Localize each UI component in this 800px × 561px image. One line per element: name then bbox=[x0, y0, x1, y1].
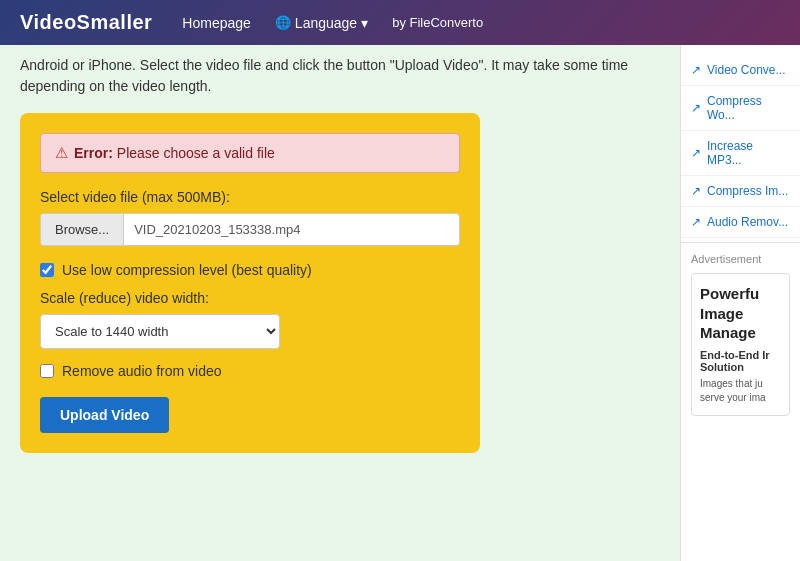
browse-button[interactable]: Browse... bbox=[41, 214, 124, 245]
nav-homepage[interactable]: Homepage bbox=[182, 15, 251, 31]
scale-select-wrap: Scale to 1440 width Scale to 1280 width … bbox=[40, 314, 460, 349]
remove-audio-row[interactable]: Remove audio from video bbox=[40, 363, 460, 379]
file-name-display: VID_20210203_153338.mp4 bbox=[124, 214, 459, 245]
error-message: Please choose a valid file bbox=[117, 145, 275, 161]
compression-checkbox[interactable] bbox=[40, 263, 54, 277]
ad-label: Advertisement bbox=[691, 253, 790, 265]
error-label: Error: bbox=[74, 145, 113, 161]
chevron-down-icon: ▾ bbox=[361, 15, 368, 31]
file-input-row: Browse... VID_20210203_153338.mp4 bbox=[40, 213, 460, 246]
scale-select[interactable]: Scale to 1440 width Scale to 1280 width … bbox=[40, 314, 280, 349]
nav-by-fileconverto: by FileConverto bbox=[392, 15, 483, 30]
sidebar-item-audio-remove[interactable]: ↗ Audio Remov... bbox=[681, 207, 800, 238]
external-link-icon-3: ↗ bbox=[691, 146, 701, 160]
sidebar-item-compress-image[interactable]: ↗ Compress Im... bbox=[681, 176, 800, 207]
remove-audio-label: Remove audio from video bbox=[62, 363, 222, 379]
ad-subtitle: End-to-End Ir Solution bbox=[700, 349, 781, 373]
nav-language[interactable]: 🌐 Language ▾ bbox=[275, 15, 368, 31]
sidebar-item-label: Video Conve... bbox=[707, 63, 786, 77]
sidebar-item-label-4: Compress Im... bbox=[707, 184, 788, 198]
header: VideoSmaller Homepage 🌐 Language ▾ by Fi… bbox=[0, 0, 800, 45]
error-box: ⚠ Error: Please choose a valid file bbox=[40, 133, 460, 173]
external-link-icon: ↗ bbox=[691, 63, 701, 77]
sidebar-item-label-3: Increase MP3... bbox=[707, 139, 790, 167]
content-area: Android or iPhone. Select the video file… bbox=[0, 45, 680, 561]
external-link-icon-4: ↗ bbox=[691, 184, 701, 198]
ad-desc: Images that ju serve your ima bbox=[700, 377, 781, 405]
upload-card: ⚠ Error: Please choose a valid file Sele… bbox=[20, 113, 480, 453]
main-nav: Homepage 🌐 Language ▾ by FileConverto bbox=[182, 15, 483, 31]
file-label: Select video file (max 500MB): bbox=[40, 189, 460, 205]
ad-title: Powerfu Image Manage bbox=[700, 284, 781, 343]
sidebar: ↗ Video Conve... ↗ Compress Wo... ↗ Incr… bbox=[680, 45, 800, 561]
main-layout: Android or iPhone. Select the video file… bbox=[0, 45, 800, 561]
ad-card[interactable]: Powerfu Image Manage End-to-End Ir Solut… bbox=[691, 273, 790, 416]
scale-label: Scale (reduce) video width: bbox=[40, 290, 460, 306]
site-logo[interactable]: VideoSmaller bbox=[20, 11, 152, 34]
ad-section: Advertisement Powerfu Image Manage End-t… bbox=[681, 242, 800, 426]
sidebar-item-label-2: Compress Wo... bbox=[707, 94, 790, 122]
external-link-icon-2: ↗ bbox=[691, 101, 701, 115]
sidebar-item-label-5: Audio Remov... bbox=[707, 215, 788, 229]
sidebar-item-increase-mp3[interactable]: ↗ Increase MP3... bbox=[681, 131, 800, 176]
sidebar-item-video-convert[interactable]: ↗ Video Conve... bbox=[681, 55, 800, 86]
intro-text: Android or iPhone. Select the video file… bbox=[20, 55, 660, 97]
upload-button[interactable]: Upload Video bbox=[40, 397, 169, 433]
remove-audio-checkbox[interactable] bbox=[40, 364, 54, 378]
warning-icon: ⚠ bbox=[55, 144, 68, 162]
compression-label: Use low compression level (best quality) bbox=[62, 262, 312, 278]
compression-checkbox-row[interactable]: Use low compression level (best quality) bbox=[40, 262, 460, 278]
language-icon: 🌐 bbox=[275, 15, 291, 30]
sidebar-item-compress-word[interactable]: ↗ Compress Wo... bbox=[681, 86, 800, 131]
external-link-icon-5: ↗ bbox=[691, 215, 701, 229]
